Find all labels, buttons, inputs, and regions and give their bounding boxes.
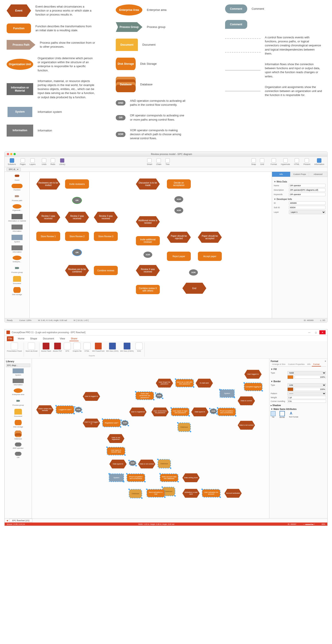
tab-view[interactable]: View — [58, 336, 66, 341]
svg-button[interactable]: SVG — [136, 342, 143, 352]
event-node[interactable]: User logged in — [244, 370, 262, 379]
event-node[interactable]: Activation e-mail sent — [182, 489, 200, 498]
visio-vdx-button[interactable]: MS Visio (VDX) — [106, 342, 118, 352]
function-node[interactable]: Combine review X with others — [136, 285, 160, 294]
tab-advanced[interactable]: Advanced — [309, 172, 327, 177]
close-icon[interactable] — [7, 153, 9, 155]
function-node[interactable]: Registered user? — [103, 419, 120, 427]
corner-field[interactable] — [288, 400, 326, 403]
xor-operator-node[interactable]: XOR — [129, 461, 136, 466]
xor-operator-node[interactable]: XOR — [144, 252, 152, 258]
system-node[interactable]: System — [109, 474, 124, 482]
sidebar-item[interactable]: Organizati... — [6, 204, 28, 211]
sidebar-item[interactable]: OROR — [6, 452, 30, 458]
format-button[interactable]: Format — [270, 158, 278, 166]
hypernote-button[interactable]: Hypernote — [280, 158, 291, 166]
xor-operator-node[interactable]: XOR — [156, 393, 163, 398]
fill-color-swatch[interactable] — [288, 375, 293, 379]
maximize-icon[interactable]: ◻ — [313, 330, 319, 334]
event-node[interactable]: Paper should be accepted — [198, 232, 222, 243]
xor-operator-node[interactable]: XOR — [189, 269, 198, 276]
library-tab[interactable]: EPC diagr... — [6, 364, 30, 367]
border-icon[interactable] — [280, 411, 285, 416]
function-node[interactable]: Invite additional reviewer — [136, 236, 160, 246]
solutions-button[interactable]: Solutions — [7, 158, 17, 166]
layer-select[interactable]: Layer 1 — [289, 210, 326, 214]
sidebar-item[interactable]: Database — [6, 430, 30, 440]
sidebar-item[interactable]: Disk storage — [6, 420, 30, 428]
titlebar[interactable]: ConceptDraw PRO 11 - [Login and registra… — [5, 330, 327, 336]
shapes-sidebar[interactable]: Event Function Process path Organizati..… — [5, 172, 30, 318]
presentation-button[interactable]: Presentation Panel — [7, 342, 22, 357]
border-type-select[interactable]: Line — [288, 383, 326, 387]
name-field[interactable] — [289, 184, 326, 187]
xor-operator-node[interactable]: XOR — [210, 409, 217, 414]
ppt-button[interactable]: MS PowerPoint — [92, 342, 105, 352]
event-node[interactable]: Review X was received — [136, 265, 160, 276]
panel-close-icon[interactable]: × — [325, 360, 326, 362]
function-node[interactable]: User activates his account — [202, 490, 220, 497]
xor-operator-node[interactable]: XOR — [174, 196, 183, 202]
undo-button[interactable]: Undo — [41, 158, 48, 166]
event-node[interactable]: Visitor enters the website — [36, 405, 54, 414]
function-node[interactable]: Accept paper — [198, 252, 222, 261]
sidebar-item[interactable]: ANDAND operator — [6, 442, 30, 449]
database-node[interactable]: Database — [178, 423, 190, 432]
function-node[interactable]: Combine reviews — [94, 266, 118, 275]
function-node[interactable]: Complete logging in — [244, 383, 262, 390]
database-node[interactable]: Database — [129, 490, 142, 498]
event-node[interactable]: End — [182, 283, 206, 294]
tab-info[interactable]: Info — [306, 362, 312, 366]
adobe-flash-button[interactable]: Adobe Flash — [41, 342, 51, 352]
information-button[interactable]: Information — [314, 158, 325, 166]
function-node[interactable]: User types in needed data — [107, 447, 125, 455]
function-node[interactable]: Store Review 2 — [65, 232, 89, 241]
present-button[interactable]: Present — [303, 158, 311, 166]
border-opacity-field[interactable] — [295, 388, 326, 391]
bottom-tab[interactable]: EPC flowchart (1/1) — [9, 519, 32, 522]
sidebar-item[interactable]: Event — [6, 173, 28, 181]
event-node[interactable]: Review 1 was received — [36, 212, 60, 223]
event-node[interactable]: Data is not correct — [138, 460, 155, 468]
tab-file[interactable]: File — [7, 336, 13, 341]
sidebar-item[interactable]: Process path — [6, 194, 28, 202]
close-icon[interactable]: ✕ — [319, 330, 326, 334]
library-sidebar[interactable]: Library EPC diagr... System Information … — [5, 359, 32, 518]
pattern-select[interactable]: —— — [288, 392, 326, 395]
function-node[interactable]: Does user remember his password? — [136, 392, 154, 400]
tab-custom-props[interactable]: Custom Properties — [287, 362, 306, 366]
function-node[interactable]: Store Review 3 — [94, 232, 118, 241]
xor-operator-node[interactable]: XOR — [174, 207, 183, 214]
sidebar-item[interactable]: Enterprise area — [6, 388, 30, 396]
function-node[interactable]: Proof completion and correctness — [218, 408, 235, 416]
border-color-swatch[interactable] — [288, 388, 293, 391]
xor-operator-node[interactable]: XOR — [122, 420, 128, 426]
function-node[interactable]: Logged in user? — [56, 406, 74, 414]
canvas[interactable]: Visitor enters the website Logged in use… — [32, 359, 269, 518]
event-node[interactable]: Reviews are to be combined — [65, 265, 89, 276]
event-node[interactable]: Reviewers are to be invited — [36, 178, 60, 190]
sidebar-item[interactable]: Information or material — [6, 214, 28, 222]
event-node[interactable]: Review 3 was received — [94, 212, 118, 223]
sidebar-item[interactable]: Disk storage — [6, 287, 28, 296]
desc-field[interactable] — [289, 188, 326, 192]
text-format-icon[interactable]: A — [289, 412, 293, 416]
document-tab[interactable]: EPC di... ▾ — [6, 168, 21, 171]
tab-document[interactable]: Document — [42, 336, 55, 341]
event-node[interactable]: Data typed in — [109, 460, 127, 468]
event-node[interactable]: E-mail sent — [196, 379, 213, 388]
tree-button[interactable]: Tree — [165, 158, 171, 166]
event-node[interactable]: User is registered — [129, 408, 147, 416]
redo-button[interactable]: Redo — [50, 158, 56, 166]
function-node[interactable]: Invite reviewers — [65, 179, 89, 189]
function-node[interactable]: Send activation e-mail — [147, 490, 165, 497]
event-node[interactable]: Account activated — [224, 489, 242, 498]
minimize-icon[interactable] — [10, 153, 12, 155]
grid-button[interactable]: Grid — [259, 158, 265, 166]
event-node[interactable]: Review 2 was received — [65, 212, 89, 223]
sidebar-item[interactable]: Process group — [6, 398, 30, 406]
sidebar-item[interactable]: System — [6, 368, 30, 376]
function-node[interactable]: User types in login and password — [171, 408, 189, 416]
fill-type-select[interactable]: Solid — [288, 371, 326, 375]
snap-button[interactable]: Snap — [250, 158, 257, 166]
